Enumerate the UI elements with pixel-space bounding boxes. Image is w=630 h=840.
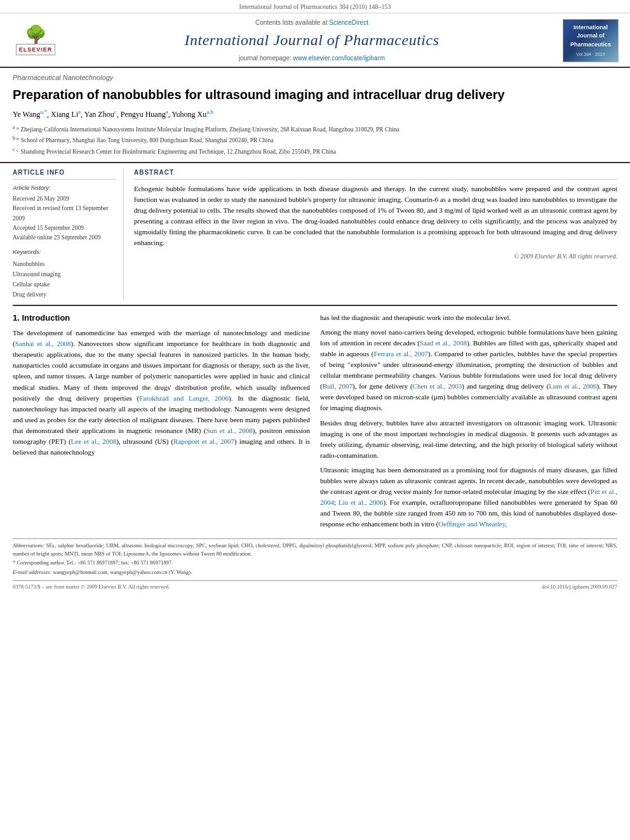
history-label: Article history: (13, 183, 116, 192)
intro-paragraph-1: The development of nanomedicine has emer… (13, 328, 310, 458)
abbreviations-footnote: Abbreviations: SF₆, sulphur hexafluoride… (13, 542, 617, 558)
ref-chen[interactable]: Chen et al., 2003 (413, 382, 462, 390)
copyright-line: © 2009 Elsevier B.V. All rights reserved… (134, 252, 617, 261)
authors-line: Ye Wanga,*, Xiang Lia, Yan Zhouc, Pengyu… (13, 108, 617, 120)
email-footnote: E-mail addresses: wangyeph@hotmail.com, … (13, 568, 617, 577)
elsevier-tree-icon: 🌳 (25, 26, 47, 44)
article-dates: Received 26 May 2009 Received in revised… (13, 194, 116, 243)
journal-header: 🌳 ELSEVIER Contents lists available at S… (0, 13, 630, 68)
article-info-column: ARTICLE INFO Article history: Received 2… (13, 168, 124, 300)
ref-ferrara[interactable]: Ferrara et al., 2007 (373, 350, 428, 357)
ref-lee[interactable]: Lee et al., 2008 (71, 437, 117, 445)
affiliations: a ᵃ Zhejiang-California International Na… (13, 124, 617, 156)
cover-image: International Journal of Pharmaceutics V… (563, 19, 619, 62)
ref-farokhzad[interactable]: Farokhzad and Langer, 2006 (139, 394, 229, 402)
intro-paragraph-2: Among the many novel nano-carriers being… (320, 327, 617, 413)
elsevier-logo-section: 🌳 ELSEVIER (10, 26, 61, 56)
article-title: Preparation of nanobubbles for ultrasoun… (13, 86, 617, 103)
ref-oeffinger[interactable]: Oeffinger and Wheatley, (438, 520, 507, 528)
article-info-abstract: ARTICLE INFO Article history: Received 2… (0, 163, 630, 305)
ref-lum[interactable]: Lum et al., 2006 (549, 382, 596, 390)
journal-citation: International Journal of Pharmaceutics 3… (0, 0, 630, 13)
sciencedirect-line: Contents lists available at ScienceDirec… (61, 18, 563, 27)
abstract-heading: ABSTRACT (134, 168, 617, 180)
abstract-column: ABSTRACT Echogenic bubble formulations h… (134, 168, 617, 300)
elsevier-text: ELSEVIER (19, 46, 53, 53)
introduction-heading: 1. Introduction (13, 312, 310, 324)
abstract-section: ABSTRACT Echogenic bubble formulations h… (134, 168, 617, 261)
elsevier-label: ELSEVIER (16, 44, 56, 56)
journal-title: International Journal of Pharmaceutics (61, 30, 563, 51)
keywords-section: Keywords: Nanobubbles Ultrasound imaging… (13, 248, 116, 300)
ref-bull[interactable]: Bull, 2007 (323, 382, 352, 390)
elsevier-logo: 🌳 ELSEVIER (10, 26, 61, 56)
abstract-text: Echogenic bubble formulations have wide … (134, 183, 617, 248)
intro-continuation: has led the diagnostic and therapeutic w… (320, 312, 617, 323)
ref-liu[interactable]: Liu et al., 2006 (338, 498, 383, 506)
journal-cover: International Journal of Pharmaceutics V… (563, 19, 620, 62)
body-right-column: has led the diagnostic and therapeutic w… (320, 312, 617, 533)
article-header-section: Pharmaceutical Nanotechnology Preparatio… (0, 68, 630, 163)
sciencedirect-link[interactable]: ScienceDirect (329, 19, 368, 26)
corresponding-author-footnote: * Corresponding author. Tel.: +86 571 86… (13, 559, 617, 567)
main-body: 1. Introduction The development of nanom… (0, 306, 630, 533)
issn-line: 0378-5173/$ – see front matter © 2009 El… (13, 583, 170, 591)
article-info-heading: ARTICLE INFO (13, 168, 116, 180)
journal-homepage: journal homepage: www.elsevier.com/locat… (61, 54, 563, 63)
ref-sanhai[interactable]: Sanhai et al., 2008 (15, 340, 71, 347)
footer: 0378-5173/$ – see front matter © 2009 El… (13, 580, 617, 591)
citation-text: International Journal of Pharmaceutics 3… (239, 3, 391, 10)
intro-paragraph-4: Ultrasonic imaging has been demonstrated… (320, 465, 617, 530)
ref-saad[interactable]: Saad et al., 2008 (420, 339, 467, 347)
journal-info-center: Contents lists available at ScienceDirec… (61, 18, 563, 63)
footnote-section: Abbreviations: SF₆, sulphur hexafluoride… (13, 538, 617, 577)
doi-line: doi:10.1016/j.ijpharm.2009.09.027 (542, 583, 617, 591)
ref-sun[interactable]: Sun et al., 2008 (206, 427, 252, 434)
body-left-column: 1. Introduction The development of nanom… (13, 312, 310, 533)
article-type: Pharmaceutical Nanotechnology (13, 73, 617, 83)
ref-rapoport[interactable]: Rapoport et al., 2007 (173, 437, 234, 445)
journal-homepage-link[interactable]: www.elsevier.com/locate/ijpharm (293, 55, 385, 62)
intro-paragraph-3: Besides drug delivery, bubbles have also… (320, 418, 617, 461)
